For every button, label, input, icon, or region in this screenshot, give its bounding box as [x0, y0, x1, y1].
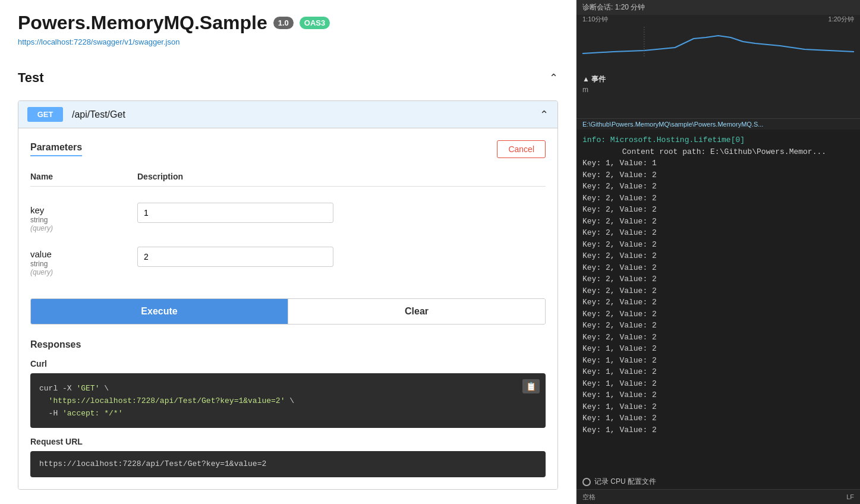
time-labels: 1:10分钟 1:20分钟 [577, 15, 860, 24]
cancel-button[interactable]: Cancel [497, 140, 546, 158]
right-panel: 诊断会话: 1:20 分钟 1:10分钟 1:20分钟 ▲ 事件 m E:\Gi… [577, 0, 860, 504]
endpoint-body: Parameters Cancel Name Description key s… [18, 128, 557, 489]
cpu-record-row: 记录 CPU 配置文件 [577, 474, 860, 489]
log-line: Key: 2, Value: 2 [582, 169, 854, 181]
param-row-key: key string (query) [30, 196, 546, 240]
collapse-icon[interactable]: ⌃ [549, 71, 558, 84]
execute-button[interactable]: Execute [31, 299, 288, 324]
cpu-chart [582, 27, 854, 56]
params-table-header: Name Description [30, 167, 546, 187]
curl-label: Curl [30, 359, 546, 368]
version-badge: 1.0 [273, 17, 294, 29]
log-line: Key: 2, Value: 2 [582, 273, 854, 285]
chart-area [577, 24, 860, 71]
content-root-line: Content root path: E:\Github\Powers.Memo… [582, 146, 854, 158]
log-line: Key: 2, Value: 2 [582, 181, 854, 193]
statusbar: 空格 LF [577, 489, 860, 504]
curl-section: Curl curl -X 'GET' \ 'https://localhost:… [30, 359, 546, 428]
app-title-row: Powers.MemoryMQ.Sample 1.0 OAS3 [18, 12, 558, 34]
endpoint-left: GET /api/Test/Get [27, 107, 125, 122]
log-line: Key: 2, Value: 2 [582, 216, 854, 228]
endpoint-block: GET /api/Test/Get ⌃ Parameters Cancel Na… [18, 100, 558, 490]
log-lines-container: Key: 1, Value: 1Key: 2, Value: 2Key: 2, … [582, 158, 854, 436]
events-label: ▲ 事件 [582, 74, 854, 84]
log-line: Key: 1, Value: 2 [582, 389, 854, 401]
curl-line2: 'https://localhost:7228/api/Test/Get?key… [39, 396, 294, 405]
log-line: Key: 2, Value: 2 [582, 285, 854, 297]
radio-icon [582, 478, 591, 486]
param-location-key: (query) [30, 224, 137, 232]
param-input-key[interactable] [137, 203, 333, 223]
cpu-record-label: 记录 CPU 配置文件 [594, 477, 656, 487]
diagnostics-header: 诊断会话: 1:20 分钟 [577, 0, 860, 15]
swagger-link[interactable]: https://localhost:7228/swagger/v1/swagge… [18, 37, 558, 46]
log-line: Key: 2, Value: 2 [582, 308, 854, 320]
log-line: Key: 1, Value: 2 [582, 366, 854, 378]
log-line: Key: 2, Value: 2 [582, 320, 854, 332]
endpoint-header[interactable]: GET /api/Test/Get ⌃ [18, 101, 557, 128]
log-line: Key: 2, Value: 2 [582, 250, 854, 262]
diagnostics-title: 诊断会话: 1:20 分钟 [582, 2, 645, 12]
param-type-key: string [30, 216, 137, 224]
time-label1: 1:10分钟 [582, 15, 608, 24]
request-url-block: https://localhost:7228/api/Test/Get?key=… [30, 451, 546, 477]
curl-line3: -H 'accept: */*' [39, 409, 122, 418]
param-type-value: string [30, 260, 137, 268]
col-name-label: Name [30, 172, 137, 181]
statusbar-right: LF [846, 493, 854, 500]
statusbar-left: 空格 [582, 493, 596, 502]
param-location-value: (query) [30, 268, 137, 276]
curl-line1: curl -X 'GET' \ [39, 384, 109, 393]
copy-curl-button[interactable]: 📋 [522, 379, 540, 393]
log-line: Key: 2, Value: 2 [582, 239, 854, 251]
param-name-value: value [30, 249, 52, 259]
section-title: Test [18, 70, 44, 86]
clear-button[interactable]: Clear [288, 299, 545, 324]
oas-badge: OAS3 [300, 17, 330, 29]
request-url-label: Request URL [30, 437, 546, 446]
time-label2: 1:20分钟 [829, 15, 854, 24]
method-badge: GET [27, 107, 63, 122]
log-line: Key: 2, Value: 2 [582, 332, 854, 344]
file-path-bar: E:\Github\Powers.MemoryMQ\sample\Powers.… [577, 119, 860, 130]
section-header: Test ⌃ [18, 64, 558, 92]
events-section: ▲ 事件 m [577, 71, 860, 97]
param-input-value[interactable] [137, 247, 333, 267]
action-buttons: Execute Clear [30, 298, 546, 325]
swagger-panel: Powers.MemoryMQ.Sample 1.0 OAS3 https://… [0, 0, 577, 504]
log-line: Key: 1, Value: 2 [582, 355, 854, 367]
request-url-text: https://localhost:7228/api/Test/Get?key=… [39, 459, 266, 468]
params-title: Parameters [30, 142, 82, 156]
endpoint-path: /api/Test/Get [72, 109, 125, 120]
param-row-value: value string (query) [30, 240, 546, 284]
log-line: Key: 1, Value: 2 [582, 378, 854, 390]
log-line: Key: 2, Value: 2 [582, 204, 854, 216]
responses-title: Responses [30, 339, 546, 350]
param-name-block-value: value string (query) [30, 247, 137, 276]
log-line: Key: 2, Value: 2 [582, 193, 854, 204]
log-line: Key: 2, Value: 2 [582, 262, 854, 274]
log-line: Key: 1, Value: 2 [582, 343, 854, 355]
param-name-block-key: key string (query) [30, 203, 137, 232]
log-line: Key: 1, Value: 2 [582, 412, 854, 424]
terminal-log[interactable]: info: Microsoft.Hosting.Lifetime[0] Cont… [577, 130, 860, 474]
app-title: Powers.MemoryMQ.Sample [18, 12, 267, 34]
log-line: Key: 1, Value: 1 [582, 158, 854, 169]
log-line: Key: 2, Value: 2 [582, 227, 854, 239]
log-line: Key: 1, Value: 2 [582, 424, 854, 436]
info-line: info: Microsoft.Hosting.Lifetime[0] [582, 134, 854, 146]
params-header-row: Parameters Cancel [30, 140, 546, 158]
diagnostics-area: 诊断会话: 1:20 分钟 1:10分钟 1:20分钟 ▲ 事件 m [577, 0, 860, 119]
log-line: Key: 1, Value: 2 [582, 401, 854, 413]
responses-section: Responses Curl curl -X 'GET' \ 'https://… [30, 339, 546, 477]
curl-block: curl -X 'GET' \ 'https://localhost:7228/… [30, 373, 546, 428]
col-description-label: Description [137, 172, 546, 181]
param-name-key: key [30, 205, 44, 215]
events-m: m [582, 86, 854, 94]
endpoint-collapse-icon[interactable]: ⌃ [540, 108, 549, 121]
log-line: Key: 2, Value: 2 [582, 297, 854, 308]
